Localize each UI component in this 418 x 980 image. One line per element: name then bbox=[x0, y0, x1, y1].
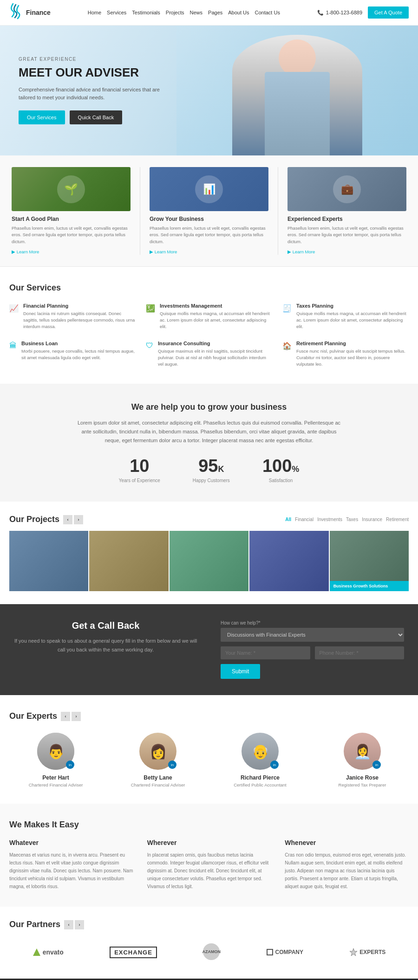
expert-card-3: 👴 in Richard Pierce Certified Public Acc… bbox=[214, 733, 307, 787]
grow-title: We are help you to grow your business bbox=[9, 402, 409, 412]
project-img-2[interactable] bbox=[89, 531, 168, 591]
expert-avatar-3: 👴 in bbox=[242, 733, 279, 770]
easy-item-title-wherever: Wherever bbox=[147, 839, 271, 846]
experts-grid: 👨 in Peter Hart Chartered Financial Advi… bbox=[9, 733, 409, 787]
logo[interactable]: Finance bbox=[9, 3, 51, 22]
experts-next-arrow[interactable]: › bbox=[72, 712, 81, 721]
projects-title: Our Projects bbox=[9, 515, 59, 524]
project-img-4[interactable] bbox=[249, 531, 328, 591]
get-quote-button[interactable]: Get A Quote bbox=[368, 6, 409, 19]
expert-linkedin-badge-3: in bbox=[270, 761, 279, 769]
filter-retirement[interactable]: Retirement bbox=[386, 517, 409, 522]
stat-number-customers: 95K bbox=[193, 456, 230, 476]
filter-financial[interactable]: Financial bbox=[295, 517, 314, 522]
feature-link-1[interactable]: ▶ Learn More bbox=[12, 249, 39, 254]
stat-label-experience: Years of Experience bbox=[119, 478, 160, 483]
feature-link-2[interactable]: ▶ Learn More bbox=[150, 249, 177, 254]
service-text-insurance: Quisque maximus elit in nisl sagittis, s… bbox=[158, 348, 272, 368]
callback-submit-button[interactable]: Submit bbox=[221, 664, 260, 679]
expert-name-2: Betty Lane bbox=[111, 774, 204, 781]
project-img-3[interactable] bbox=[170, 531, 248, 591]
loan-icon: 🏛 bbox=[9, 342, 17, 368]
hero-text: Comprehensive financial advice and finan… bbox=[19, 86, 176, 102]
expert-role-4: Registered Tax Preparer bbox=[316, 782, 409, 787]
easy-item-whenever: Whenever Cras non odio tempus, euismod e… bbox=[285, 839, 409, 890]
partner-envato[interactable]: envato bbox=[33, 948, 64, 956]
callback-name-input[interactable] bbox=[221, 646, 310, 659]
phone-icon: 📞 bbox=[317, 10, 324, 16]
project-filter-tabs: All Financial Investments Taxes Insuranc… bbox=[285, 517, 409, 522]
callback-section: Get a Call Back If you need to speak to … bbox=[0, 604, 418, 695]
services-section: Our Services 📈 Financial Planning Donec … bbox=[0, 267, 418, 384]
expert-role-2: Chartered Financial Adviser bbox=[111, 782, 204, 787]
projects-section: Our Projects ‹ › All Financial Investmen… bbox=[0, 502, 418, 604]
nav-pages[interactable]: Pages bbox=[208, 10, 222, 15]
stat-number-satisfaction: 100% bbox=[262, 456, 299, 476]
nav-services[interactable]: Services bbox=[107, 10, 126, 15]
svg-marker-0 bbox=[33, 948, 40, 956]
partners-prev-arrow[interactable]: ‹ bbox=[64, 920, 73, 929]
partner-experts[interactable]: EXPERTS bbox=[349, 948, 385, 956]
callback-title: Get a Call Back bbox=[14, 620, 197, 631]
project-images-row: Business Growth Solutions bbox=[9, 531, 409, 591]
projects-header: Our Projects ‹ › All Financial Investmen… bbox=[9, 515, 409, 524]
nav-testimonials[interactable]: Testimonials bbox=[132, 10, 160, 15]
feature-title-1: Start A Good Plan bbox=[12, 216, 131, 222]
service-name-loan: Business Loan bbox=[21, 341, 136, 346]
feature-image-3: 💼 bbox=[287, 167, 406, 211]
partners-next-arrow[interactable]: › bbox=[75, 920, 84, 929]
feature-link-3[interactable]: ▶ Learn More bbox=[287, 249, 315, 254]
expert-avatar-1: 👨 in bbox=[37, 733, 74, 770]
service-name-taxes: Taxes Planning bbox=[296, 303, 409, 309]
project-next-arrow[interactable]: › bbox=[74, 515, 83, 524]
grow-section: We are help you to grow your business Lo… bbox=[0, 384, 418, 502]
project-nav-arrows: ‹ › bbox=[63, 515, 83, 524]
nav-contact[interactable]: Contact Us bbox=[255, 10, 280, 15]
service-text-financial: Donec lacinia mi rutrum sagittis consequ… bbox=[23, 310, 136, 330]
project-img-5[interactable]: Business Growth Solutions bbox=[330, 531, 409, 591]
callback-text: If you need to speak to us about a gener… bbox=[14, 637, 197, 654]
partner-exchange[interactable]: EXCHANGE bbox=[110, 949, 157, 956]
partner-company[interactable]: COMPANY bbox=[266, 948, 303, 956]
nav-about[interactable]: About Us bbox=[228, 10, 249, 15]
nav-home[interactable]: Home bbox=[88, 10, 101, 15]
service-financial: 📈 Financial Planning Donec lacinia mi ru… bbox=[9, 303, 136, 330]
callback-phone-input[interactable] bbox=[315, 646, 405, 659]
project-img-1[interactable] bbox=[9, 531, 88, 591]
retirement-icon: 🏠 bbox=[282, 342, 292, 368]
call-back-button[interactable]: Quick Call Back bbox=[70, 110, 123, 124]
service-name-investments: Investments Management bbox=[160, 303, 272, 309]
nav-projects[interactable]: Projects bbox=[166, 10, 184, 15]
feature-image-2: 📊 bbox=[150, 167, 268, 211]
partner-azamon[interactable]: AZAMON bbox=[203, 943, 220, 961]
easy-item-title-whenever: Whenever bbox=[285, 839, 409, 846]
service-insurance: 🛡 Insurance Consulting Quisque maximus e… bbox=[146, 341, 272, 368]
nav-news[interactable]: News bbox=[190, 10, 203, 15]
stat-experience: 10 Years of Experience bbox=[119, 456, 160, 483]
service-name-retirement: Retirement Planning bbox=[296, 341, 409, 346]
expert-card-1: 👨 in Peter Hart Chartered Financial Advi… bbox=[9, 733, 102, 787]
easy-item-wherever: Wherever In placerat sapien ornis, quis … bbox=[147, 839, 271, 890]
filter-taxes[interactable]: Taxes bbox=[346, 517, 358, 522]
expert-linkedin-badge-2: in bbox=[168, 761, 176, 769]
experts-prev-arrow[interactable]: ‹ bbox=[61, 712, 70, 721]
stat-number-experience: 10 bbox=[119, 456, 160, 476]
hero-buttons: Our Services Quick Call Back bbox=[19, 110, 176, 124]
feature-text-1: Phasellus lorem enim, luctus ut velit eg… bbox=[12, 225, 131, 245]
easy-grid: Whatever Maecenas et varius nunc is, in … bbox=[9, 839, 409, 890]
filter-all[interactable]: All bbox=[285, 517, 291, 522]
callback-topic-select[interactable]: Discussions with Financial Experts bbox=[221, 628, 404, 642]
callback-left: Get a Call Back If you need to speak to … bbox=[14, 620, 197, 654]
service-loan: 🏛 Business Loan Morbi posuere, neque con… bbox=[9, 341, 136, 368]
expert-card-2: 👩 in Betty Lane Chartered Financial Advi… bbox=[111, 733, 204, 787]
project-prev-arrow[interactable]: ‹ bbox=[63, 515, 72, 524]
service-name-insurance: Insurance Consulting bbox=[158, 341, 272, 346]
filter-investments[interactable]: Investments bbox=[317, 517, 342, 522]
feature-card-2: 📊 Grow Your Business Phasellus lorem eni… bbox=[143, 167, 275, 255]
experts-section: Our Experts ‹ › 👨 in Peter Hart Chartere… bbox=[0, 695, 418, 804]
filter-insurance[interactable]: Insurance bbox=[362, 517, 382, 522]
stat-customers: 95K Happy Customers bbox=[193, 456, 230, 483]
services-button[interactable]: Our Services bbox=[19, 110, 65, 124]
financial-icon: 📈 bbox=[9, 304, 19, 330]
easy-item-text-wherever: In placerat sapien ornis, quis faucibus … bbox=[147, 851, 271, 890]
